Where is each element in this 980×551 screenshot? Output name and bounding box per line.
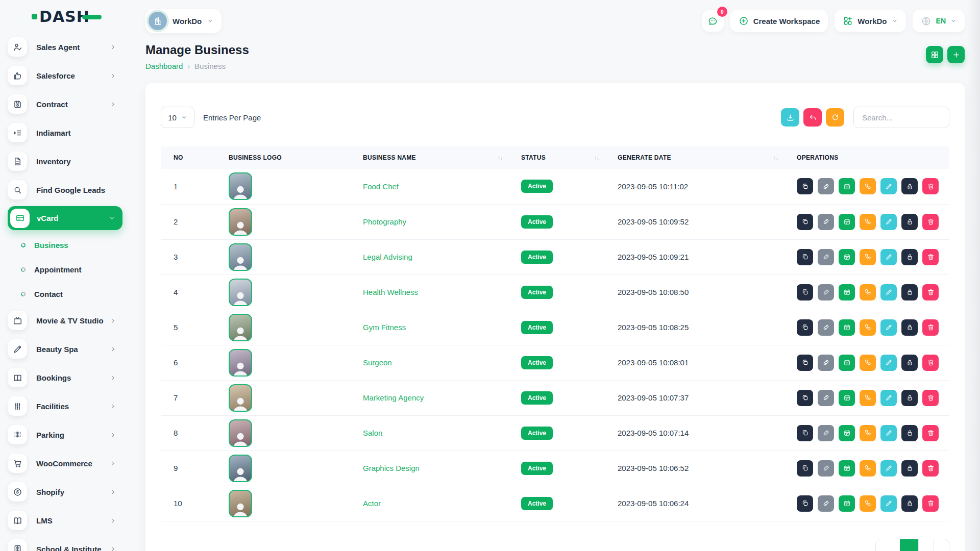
link-button[interactable] (818, 249, 834, 265)
copy-button[interactable] (797, 495, 813, 512)
calendar-button[interactable] (839, 495, 855, 512)
business-name-link[interactable]: Food Chef (363, 182, 399, 191)
column-header-business-name[interactable]: BUSINESS NAME↑↓ (350, 146, 508, 169)
column-header-generate-date[interactable]: GENERATE DATE↑↓ (605, 146, 784, 169)
lock-button[interactable] (901, 355, 918, 371)
phone-button[interactable] (860, 178, 876, 194)
delete-button[interactable] (922, 249, 939, 265)
search-input[interactable] (853, 107, 949, 128)
phone-button[interactable] (860, 390, 876, 406)
link-button[interactable] (818, 178, 834, 194)
pagination-page-1[interactable] (900, 539, 918, 551)
sidebar-item-school-institute[interactable]: School & Institute (0, 535, 128, 551)
sidebar-item-find-google-leads[interactable]: Find Google Leads (0, 176, 128, 204)
calendar-button[interactable] (839, 214, 855, 230)
edit-button[interactable] (880, 355, 897, 371)
lock-button[interactable] (901, 460, 918, 477)
edit-button[interactable] (880, 214, 897, 230)
edit-button[interactable] (880, 178, 897, 194)
column-header-status[interactable]: STATUS↑↓ (508, 146, 605, 169)
language-button[interactable]: EN (913, 10, 965, 32)
sidebar-item-lms[interactable]: LMS (0, 506, 128, 535)
business-name-link[interactable]: Salon (363, 429, 382, 437)
pagination-page-2[interactable] (918, 539, 934, 551)
link-button[interactable] (818, 425, 834, 441)
phone-button[interactable] (860, 214, 876, 230)
calendar-button[interactable] (839, 355, 855, 371)
link-button[interactable] (818, 495, 834, 512)
edit-button[interactable] (880, 495, 897, 512)
delete-button[interactable] (922, 355, 939, 371)
entries-per-page-select[interactable]: 10 (161, 107, 194, 128)
phone-button[interactable] (860, 355, 876, 371)
edit-button[interactable] (880, 390, 897, 406)
sidebar-item-business[interactable]: Business (0, 233, 128, 257)
sidebar-item-movie-tv-studio[interactable]: Movie & TV Studio (0, 306, 128, 335)
copy-button[interactable] (797, 319, 813, 336)
link-button[interactable] (818, 460, 834, 477)
business-name-link[interactable]: Actor (363, 499, 381, 508)
business-name-link[interactable]: Marketing Agency (363, 393, 424, 402)
edit-button[interactable] (880, 460, 897, 477)
lock-button[interactable] (901, 495, 918, 512)
messages-button[interactable]: 0 (702, 10, 724, 32)
phone-button[interactable] (860, 249, 876, 265)
business-name-link[interactable]: Gym Fitness (363, 323, 406, 332)
sidebar-item-appointment[interactable]: Appointment (0, 257, 128, 282)
calendar-button[interactable] (839, 249, 855, 265)
business-name-link[interactable]: Photography (363, 217, 406, 226)
sidebar-item-indiamart[interactable]: Indiamart (0, 118, 128, 147)
delete-button[interactable] (922, 390, 939, 406)
grid-view-button[interactable] (926, 46, 943, 63)
calendar-button[interactable] (839, 319, 855, 336)
business-name-link[interactable]: Legal Advising (363, 253, 412, 261)
business-name-link[interactable]: Health Wellness (363, 288, 418, 296)
sidebar-item-beauty-spa[interactable]: Beauty Spa (0, 335, 128, 363)
sidebar-item-shopify[interactable]: Shopify (0, 478, 128, 506)
sidebar-item-sales-agent[interactable]: Sales Agent (0, 33, 128, 61)
lock-button[interactable] (901, 319, 918, 336)
link-button[interactable] (818, 319, 834, 336)
calendar-button[interactable] (839, 284, 855, 300)
sidebar-item-contract[interactable]: Contract (0, 90, 128, 118)
sidebar-item-vcard[interactable]: vCard (8, 206, 122, 230)
add-business-button[interactable] (947, 46, 965, 63)
delete-button[interactable] (922, 495, 939, 512)
sidebar-item-woocommerce[interactable]: WooCommerce (0, 449, 128, 478)
lock-button[interactable] (901, 178, 918, 194)
copy-button[interactable] (797, 390, 813, 406)
refresh-button[interactable] (826, 108, 844, 127)
edit-button[interactable] (880, 319, 897, 336)
business-name-link[interactable]: Graphics Design (363, 464, 420, 472)
sidebar-item-facilities[interactable]: Facilities (0, 392, 128, 420)
link-button[interactable] (818, 390, 834, 406)
business-name-link[interactable]: Surgeon (363, 358, 392, 367)
sidebar-item-parking[interactable]: Parking (0, 420, 128, 449)
copy-button[interactable] (797, 178, 813, 194)
lock-button[interactable] (901, 214, 918, 230)
link-button[interactable] (818, 284, 834, 300)
edit-button[interactable] (880, 249, 897, 265)
copy-button[interactable] (797, 214, 813, 230)
delete-button[interactable] (922, 425, 939, 441)
app-logo[interactable]: DASH (0, 0, 128, 33)
sidebar-item-bookings[interactable]: Bookings (0, 363, 128, 392)
delete-button[interactable] (922, 284, 939, 300)
link-button[interactable] (818, 355, 834, 371)
calendar-button[interactable] (839, 425, 855, 441)
copy-button[interactable] (797, 284, 813, 300)
create-workspace-button[interactable]: Create Workspace (730, 10, 828, 32)
pagination-next[interactable] (934, 539, 949, 551)
copy-button[interactable] (797, 425, 813, 441)
lock-button[interactable] (901, 249, 918, 265)
lock-button[interactable] (901, 425, 918, 441)
delete-button[interactable] (922, 214, 939, 230)
breadcrumb-dashboard-link[interactable]: Dashboard (145, 62, 183, 70)
phone-button[interactable] (860, 495, 876, 512)
sidebar-item-contact[interactable]: Contact (0, 282, 128, 306)
phone-button[interactable] (860, 425, 876, 441)
copy-button[interactable] (797, 249, 813, 265)
phone-button[interactable] (860, 319, 876, 336)
pagination-prev[interactable] (876, 539, 900, 551)
copy-button[interactable] (797, 355, 813, 371)
